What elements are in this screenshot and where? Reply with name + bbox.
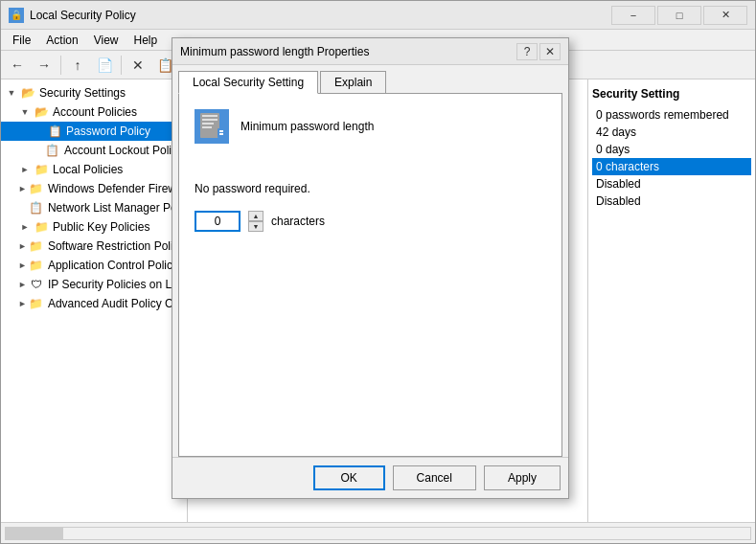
folder-icon-account: 📂 — [34, 104, 49, 120]
expand-icon-software: ► — [18, 239, 27, 253]
window-controls: − □ ✕ — [611, 6, 747, 25]
menu-help[interactable]: Help — [126, 32, 166, 49]
app-icon: 🔒 — [9, 8, 24, 23]
main-title-bar: 🔒 Local Security Policy − □ ✕ — [1, 1, 755, 30]
sidebar-item-app-control[interactable]: ► 📁 Application Control Policie... — [1, 256, 187, 275]
menu-view[interactable]: View — [86, 32, 126, 49]
status-bar — [1, 522, 755, 543]
sidebar-item-security-settings[interactable]: ▼ 📂 Security Settings — [1, 83, 187, 102]
sidebar-item-network-list[interactable]: ► 📋 Network List Manager Poli... — [1, 198, 187, 217]
sidebar-label-advanced-audit: Advanced Audit Policy Co... — [48, 297, 188, 310]
policy-large-icon — [195, 109, 229, 144]
expand-icon-account: ▼ — [18, 105, 32, 119]
main-window-title: Local Security Policy — [30, 9, 611, 22]
expand-icon: ▼ — [5, 86, 18, 100]
dialog-content: Minimum password length No password requ… — [178, 93, 562, 457]
dialog-close-button[interactable]: ✕ — [539, 43, 561, 60]
sidebar-label-local-policies: Local Policies — [53, 163, 123, 176]
dialog-policy-title: Minimum password length — [241, 120, 374, 133]
folder-icon-defender: 📁 — [29, 181, 44, 196]
svg-rect-7 — [219, 133, 223, 135]
cancel-button[interactable]: Cancel — [393, 465, 476, 490]
sidebar-item-public-key[interactable]: ► 📁 Public Key Policies — [1, 217, 187, 237]
sidebar-label-ip-security: IP Security Policies on Loca... — [48, 278, 188, 291]
svg-rect-2 — [202, 119, 218, 121]
right-panel-item-2: 0 days — [592, 141, 751, 158]
sidebar-item-account-policies[interactable]: ▼ 📂 Account Policies — [1, 102, 187, 122]
expand-icon-local: ► — [18, 163, 32, 176]
dialog: Minimum password length Properties ? ✕ L… — [172, 37, 569, 499]
scroll-track[interactable] — [5, 527, 751, 540]
dialog-controls: ? ✕ — [516, 43, 561, 60]
sidebar-label-security-settings: Security Settings — [39, 86, 126, 100]
folder-icon: 📂 — [20, 85, 35, 101]
forward-button[interactable]: → — [32, 54, 57, 77]
expand-icon-ip: ► — [18, 278, 27, 291]
sidebar-item-advanced-audit[interactable]: ► 📁 Advanced Audit Policy Co... — [1, 294, 187, 313]
toolbar-separator-1 — [60, 56, 61, 75]
policy-icon-network: 📋 — [29, 200, 44, 215]
sidebar-label-software-restriction: Software Restriction Policie... — [48, 239, 188, 253]
ok-button[interactable]: OK — [313, 465, 385, 490]
spinner-down-button[interactable]: ▼ — [248, 221, 263, 232]
right-panel: Security Setting 0 passwords remembered … — [587, 79, 755, 522]
sidebar-item-windows-defender[interactable]: ► 📁 Windows Defender Firewa... — [1, 179, 187, 198]
folder-icon-software: 📁 — [29, 238, 44, 254]
toolbar-separator-2 — [121, 56, 122, 75]
password-length-input[interactable] — [195, 211, 241, 232]
sidebar-label-account-policies: Account Policies — [53, 105, 137, 119]
svg-rect-4 — [202, 126, 212, 128]
spinner-container: ▲ ▼ characters — [195, 211, 546, 232]
right-panel-item-0: 0 passwords remembered — [592, 106, 751, 124]
expand-icon-public-key: ► — [18, 220, 32, 234]
right-panel-item-4: Disabled — [592, 175, 751, 193]
tab-explain[interactable]: Explain — [320, 71, 386, 93]
shield-icon-ip: 🛡 — [29, 277, 44, 292]
sidebar-label-password-policy: Password Policy — [66, 125, 150, 138]
menu-action[interactable]: Action — [38, 32, 85, 49]
dialog-footer: OK Cancel Apply — [172, 457, 568, 498]
minimize-button[interactable]: − — [611, 6, 655, 25]
no-password-label: No password required. — [195, 182, 546, 195]
dialog-tabs: Local Security Setting Explain — [172, 65, 568, 93]
folder-icon-local: 📁 — [34, 162, 49, 177]
back-button[interactable]: ← — [5, 54, 30, 77]
svg-rect-3 — [202, 123, 214, 125]
tab-local-security-setting[interactable]: Local Security Setting — [178, 71, 318, 94]
dialog-title: Minimum password length Properties — [180, 45, 516, 58]
policy-icon-lockout: 📋 — [45, 143, 60, 158]
sidebar-label-app-control: Application Control Policie... — [48, 259, 188, 272]
sidebar-item-software-restriction[interactable]: ► 📁 Software Restriction Policie... — [1, 237, 187, 256]
dialog-help-button[interactable]: ? — [516, 43, 538, 60]
folder-icon-app-control: 📁 — [29, 258, 44, 273]
expand-icon-app-control: ► — [18, 259, 27, 272]
delete-button[interactable]: ✕ — [126, 54, 150, 77]
folder-icon-public-key: 📁 — [34, 219, 49, 235]
folder-icon-audit: 📁 — [29, 296, 44, 311]
sidebar-item-ip-security[interactable]: ► 🛡 IP Security Policies on Loca... — [1, 275, 187, 294]
sidebar-label-network-list: Network List Manager Poli... — [48, 201, 188, 215]
expand-icon-defender: ► — [18, 182, 27, 195]
sidebar-tree: ▼ 📂 Security Settings ▼ 📂 Account Polici… — [1, 79, 188, 522]
svg-rect-1 — [202, 115, 218, 117]
sidebar-item-local-policies[interactable]: ► 📁 Local Policies — [1, 160, 187, 179]
main-window: 🔒 Local Security Policy − □ ✕ File Actio… — [0, 0, 756, 544]
maximize-button[interactable]: □ — [657, 6, 701, 25]
policy-icon-password: 📋 — [47, 124, 62, 139]
sidebar-label-windows-defender: Windows Defender Firewa... — [48, 182, 188, 195]
sidebar-item-account-lockout[interactable]: ► 📋 Account Lockout Policy — [1, 141, 187, 160]
scroll-thumb — [6, 528, 63, 539]
up-button[interactable]: ↑ — [65, 54, 90, 77]
spinner-up-button[interactable]: ▲ — [248, 211, 263, 221]
apply-button[interactable]: Apply — [484, 465, 561, 490]
right-panel-item-1: 42 days — [592, 124, 751, 141]
policy-svg-icon — [196, 111, 227, 142]
close-button[interactable]: ✕ — [703, 6, 747, 25]
dialog-policy-header: Minimum password length — [195, 109, 546, 144]
characters-label: characters — [271, 215, 325, 228]
svg-rect-6 — [219, 130, 223, 132]
sidebar-item-password-policy[interactable]: ► 📋 Password Policy — [1, 122, 187, 141]
menu-file[interactable]: File — [5, 32, 38, 49]
spinner-buttons: ▲ ▼ — [248, 211, 263, 232]
show-hide-button[interactable]: 📄 — [92, 54, 117, 77]
